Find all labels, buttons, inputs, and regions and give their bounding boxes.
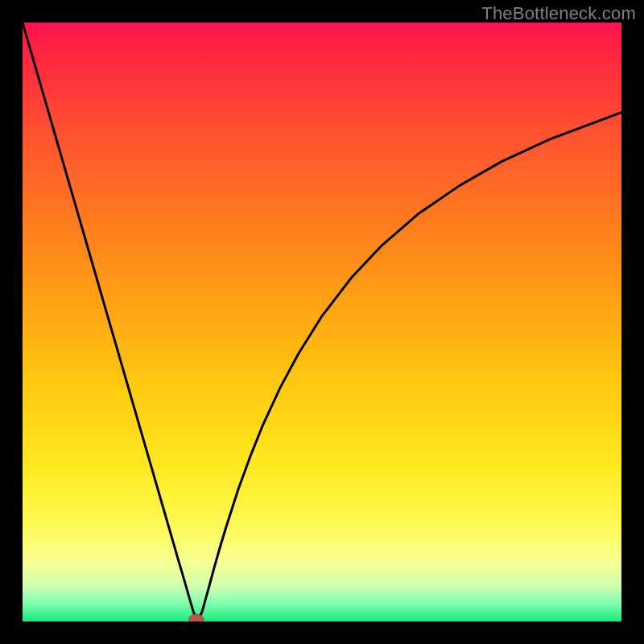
bottleneck-chart [23, 23, 621, 621]
chart-frame: TheBottleneck.com [0, 0, 644, 644]
plot-area [23, 23, 621, 621]
optimum-marker [189, 614, 204, 621]
gradient-background [23, 23, 621, 621]
watermark-label: TheBottleneck.com [481, 3, 636, 24]
